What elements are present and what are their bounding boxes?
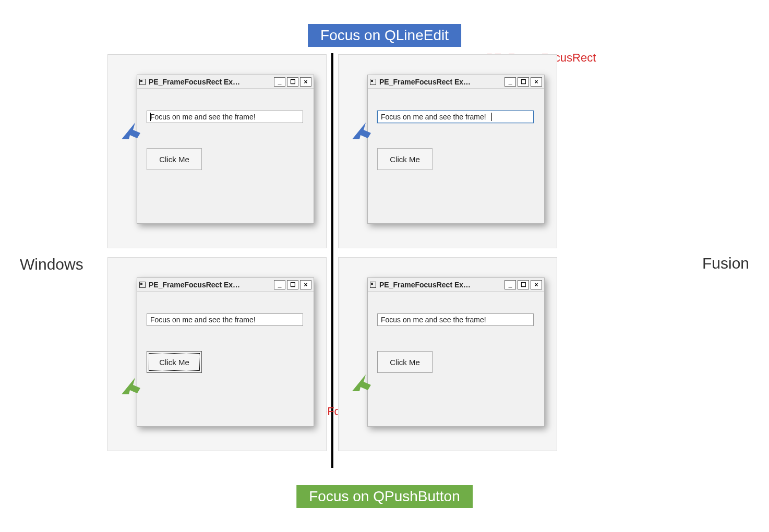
svg-marker-6 [122,378,140,394]
click-me-button[interactable]: Click Me [147,351,202,373]
panel-fusion-lineedit: PE_FrameFocusRect Ex… _ ☐ × Focus on me … [338,54,557,248]
app-icon [139,79,146,85]
click-me-button[interactable]: Click Me [147,148,202,170]
svg-marker-5 [352,123,371,139]
window-title: PE_FrameFocusRect Ex… [149,78,274,86]
close-button[interactable]: × [531,280,542,289]
lineedit-input[interactable]: Focus on me and see the frame! [377,313,534,326]
window-title: PE_FrameFocusRect Ex… [379,281,504,289]
panel-windows-lineedit: PE_FrameFocusRect Ex… _ ☐ × Focus on me … [107,54,327,248]
pointer-arrow-icon [352,372,371,391]
button-label: Click Me [159,358,189,367]
app-icon [370,79,376,85]
window-title: PE_FrameFocusRect Ex… [149,281,274,289]
titlebar: PE_FrameFocusRect Ex… _ ☐ × [137,278,314,292]
click-me-button[interactable]: Click Me [377,351,432,373]
app-window: PE_FrameFocusRect Ex… _ ☐ × Focus on me … [137,75,314,224]
button-label: Click Me [390,155,420,164]
close-button[interactable]: × [300,77,311,87]
text-caret [150,113,151,121]
titlebar: PE_FrameFocusRect Ex… _ ☐ × [368,278,544,292]
minimize-button[interactable]: _ [274,280,285,289]
app-window: PE_FrameFocusRect Ex… _ ☐ × Focus on me … [367,277,545,427]
banner-focus-pushbutton: Focus on QPushButton [296,485,473,508]
svg-marker-7 [352,374,371,391]
maximize-button[interactable]: ☐ [287,280,298,289]
lineedit-text: Focus on me and see the frame! [150,113,256,121]
click-me-button[interactable]: Click Me [377,148,432,170]
button-label: Click Me [159,155,189,164]
lineedit-input[interactable]: Focus on me and see the frame! [147,111,303,123]
maximize-button[interactable]: ☐ [287,77,298,87]
text-caret [491,113,492,121]
panel-fusion-pushbutton: PE_FrameFocusRect Ex… _ ☐ × Focus on me … [338,257,557,451]
lineedit-input[interactable]: Focus on me and see the frame! [147,313,303,326]
button-label: Click Me [390,358,420,367]
lineedit-text: Focus on me and see the frame! [381,113,486,121]
lineedit-text: Focus on me and see the frame! [381,316,486,324]
svg-marker-4 [122,123,140,139]
window-title: PE_FrameFocusRect Ex… [379,78,504,86]
app-window: PE_FrameFocusRect Ex… _ ☐ × Focus on me … [137,277,314,427]
titlebar: PE_FrameFocusRect Ex… _ ☐ × [137,75,314,89]
app-icon [139,282,146,288]
maximize-button[interactable]: ☐ [518,280,529,289]
minimize-button[interactable]: _ [504,77,516,87]
close-button[interactable]: × [300,280,311,289]
label-fusion-style: Fusion [702,255,749,272]
panel-windows-pushbutton: PE_FrameFocusRect Ex… _ ☐ × Focus on me … [107,257,327,451]
minimize-button[interactable]: _ [504,280,516,289]
app-window: PE_FrameFocusRect Ex… _ ☐ × Focus on me … [367,75,545,224]
pointer-arrow-icon [122,376,140,394]
maximize-button[interactable]: ☐ [518,77,529,87]
banner-focus-lineedit: Focus on QLineEdit [308,24,461,47]
minimize-button[interactable]: _ [274,77,285,87]
lineedit-input[interactable]: Focus on me and see the frame! [377,111,534,123]
lineedit-text: Focus on me and see the frame! [150,316,256,324]
label-windows-style: Windows [20,256,83,273]
pointer-arrow-icon [122,120,140,139]
close-button[interactable]: × [531,77,542,87]
app-icon [370,282,376,288]
titlebar: PE_FrameFocusRect Ex… _ ☐ × [368,75,544,89]
pointer-arrow-icon [352,120,371,139]
